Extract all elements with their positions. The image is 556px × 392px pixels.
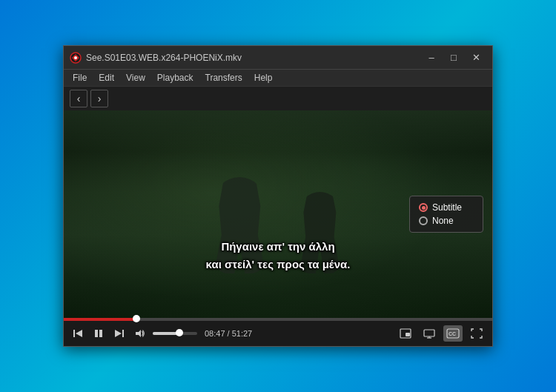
subtitle-option-none[interactable]: None bbox=[419, 216, 474, 226]
menu-view[interactable]: View bbox=[120, 71, 151, 84]
prev-button[interactable] bbox=[70, 325, 86, 342]
title-bar: See.S01E03.WEB.x264-PHOENiX.mkv – □ ✕ bbox=[64, 46, 492, 70]
volume-button[interactable] bbox=[132, 325, 148, 342]
menu-file[interactable]: File bbox=[67, 71, 93, 84]
progress-bar[interactable] bbox=[64, 318, 492, 321]
svg-rect-7 bbox=[122, 330, 124, 337]
forward-button[interactable]: › bbox=[90, 90, 108, 107]
fullscreen-button[interactable] bbox=[467, 325, 486, 342]
subtitle-display: Πήγαινε απ' την άλλη και στείλ' τες προς… bbox=[64, 238, 492, 273]
subtitle-line2: και στείλ' τες προς τα μένα. bbox=[79, 256, 477, 273]
subtitle-option-label: Subtitle bbox=[432, 202, 462, 213]
cc-button[interactable]: CC bbox=[443, 325, 463, 342]
svg-rect-11 bbox=[406, 333, 410, 336]
subtitle-popup: Subtitle None bbox=[409, 196, 483, 233]
svg-marker-9 bbox=[136, 330, 141, 337]
time-total: 51:27 bbox=[232, 329, 253, 338]
back-button[interactable]: ‹ bbox=[70, 90, 87, 107]
time-separator: / bbox=[225, 329, 232, 338]
subtitle-radio-selected bbox=[419, 203, 428, 212]
menu-transfers[interactable]: Transfers bbox=[199, 71, 248, 84]
nav-bar: ‹ › bbox=[64, 87, 492, 110]
cast-button[interactable] bbox=[420, 325, 439, 342]
play-pause-button[interactable] bbox=[90, 325, 107, 342]
next-button[interactable] bbox=[111, 325, 128, 342]
app-icon bbox=[70, 52, 82, 64]
volume-fill bbox=[153, 332, 179, 335]
svg-rect-5 bbox=[95, 330, 98, 337]
media-player-window: See.S01E03.WEB.x264-PHOENiX.mkv – □ ✕ Fi… bbox=[63, 45, 493, 347]
svg-point-2 bbox=[74, 56, 77, 59]
window-controls: – □ ✕ bbox=[421, 49, 486, 67]
controls-row: 08:47 / 51:27 CC bbox=[64, 321, 492, 346]
none-radio bbox=[419, 216, 428, 225]
menu-help[interactable]: Help bbox=[248, 71, 279, 84]
svg-marker-4 bbox=[76, 330, 82, 337]
menu-bar: File Edit View Playback Transfers Help bbox=[64, 70, 492, 87]
menu-playback[interactable]: Playback bbox=[151, 71, 199, 84]
volume-slider[interactable] bbox=[153, 332, 197, 335]
svg-rect-6 bbox=[99, 330, 102, 337]
pip-button[interactable] bbox=[396, 325, 415, 342]
svg-marker-8 bbox=[115, 330, 122, 337]
volume-thumb bbox=[176, 329, 183, 336]
maximize-button[interactable]: □ bbox=[443, 49, 464, 67]
time-current: 08:47 bbox=[205, 329, 225, 338]
menu-edit[interactable]: Edit bbox=[93, 71, 120, 84]
svg-text:CC: CC bbox=[449, 331, 456, 336]
time-display: 08:47 / 51:27 bbox=[205, 329, 252, 338]
subtitle-option-subtitle[interactable]: Subtitle bbox=[419, 202, 474, 213]
svg-rect-12 bbox=[424, 330, 434, 336]
close-button[interactable]: ✕ bbox=[466, 49, 486, 67]
controls-bar: 08:47 / 51:27 CC bbox=[64, 318, 492, 346]
window-title: See.S01E03.WEB.x264-PHOENiX.mkv bbox=[86, 53, 421, 63]
minimize-button[interactable]: – bbox=[421, 49, 442, 67]
video-area[interactable]: Πήγαινε απ' την άλλη και στείλ' τες προς… bbox=[64, 110, 492, 318]
progress-fill bbox=[64, 318, 136, 321]
svg-rect-3 bbox=[73, 330, 75, 337]
none-option-label: None bbox=[432, 216, 454, 226]
subtitle-line1: Πήγαινε απ' την άλλη bbox=[79, 238, 477, 256]
